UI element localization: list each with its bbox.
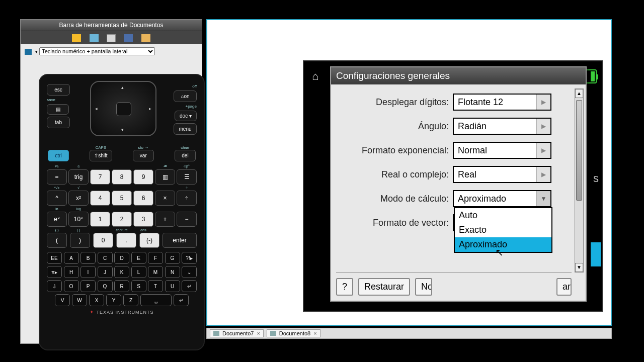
- doc-button[interactable]: doc ▾: [175, 111, 197, 121]
- p-key[interactable]: P: [80, 280, 96, 292]
- o-key[interactable]: O: [64, 280, 79, 292]
- rparen-key[interactable]: ): [70, 233, 90, 248]
- f-key[interactable]: F: [148, 252, 163, 264]
- r-key[interactable]: R: [114, 280, 129, 292]
- plus-key[interactable]: +: [155, 212, 175, 227]
- d-key[interactable]: D: [114, 252, 129, 264]
- restore-button[interactable]: Restaurar: [358, 278, 410, 296]
- t-key[interactable]: T: [148, 280, 163, 292]
- b-key[interactable]: B: [80, 252, 96, 264]
- u-key[interactable]: U: [165, 280, 180, 292]
- scroll-down-icon[interactable]: ▼: [575, 263, 583, 272]
- save-button[interactable]: ▤: [47, 104, 69, 115]
- tab-button[interactable]: tab: [47, 117, 70, 128]
- real-complex-select[interactable]: Real▶: [453, 166, 551, 183]
- tab-documento8[interactable]: Documento8×: [267, 329, 320, 337]
- num-4-key[interactable]: 4: [90, 191, 110, 206]
- g-key[interactable]: G: [165, 252, 180, 264]
- pi-key[interactable]: π▸: [47, 266, 62, 278]
- h-key[interactable]: H: [64, 266, 79, 278]
- calc-mode-select[interactable]: Aproximado▼: [453, 190, 551, 207]
- close-icon[interactable]: ×: [257, 330, 260, 336]
- template-key[interactable]: ▥: [155, 169, 175, 185]
- xsq-key[interactable]: x²: [68, 191, 89, 206]
- scroll-up-icon[interactable]: ▲: [575, 89, 583, 98]
- num-7-key[interactable]: 7: [90, 169, 110, 185]
- ee-key[interactable]: EE: [47, 252, 62, 264]
- catalog-key[interactable]: ☰: [177, 169, 197, 185]
- nav-touchpad[interactable]: ▴ ▾ ◂ ▸: [90, 81, 156, 136]
- enter-key[interactable]: enter: [163, 233, 197, 248]
- flag-key[interactable]: ⌄: [182, 266, 197, 278]
- arrow-down-icon[interactable]: ▾: [121, 127, 124, 132]
- num-3-key[interactable]: 3: [133, 212, 153, 227]
- l-key[interactable]: L: [131, 266, 146, 278]
- option-exacto[interactable]: Exacto: [455, 223, 551, 237]
- help-button[interactable]: ?: [336, 278, 353, 296]
- option-aproximado[interactable]: Aproximado: [455, 237, 551, 252]
- i-key[interactable]: I: [80, 266, 96, 278]
- num-5-key[interactable]: 5: [112, 191, 132, 206]
- folder-icon[interactable]: [141, 34, 150, 42]
- var-button[interactable]: var: [133, 150, 154, 161]
- dialog-scrollbar[interactable]: ▲ ▼: [575, 88, 584, 273]
- tenx-key[interactable]: 10ˣ: [68, 212, 89, 227]
- num-8-key[interactable]: 8: [112, 169, 132, 185]
- menu-button[interactable]: menu: [174, 123, 197, 135]
- return-key[interactable]: ↵: [174, 294, 189, 306]
- num-6-key[interactable]: 6: [133, 191, 153, 206]
- ex-key[interactable]: eˣ: [47, 212, 67, 227]
- calc-mode-dropdown[interactable]: Auto Exacto Aproximado: [454, 207, 552, 253]
- home-icon[interactable]: ⌂: [312, 70, 327, 83]
- scroll-thumb[interactable]: [576, 100, 582, 201]
- j-key[interactable]: J: [98, 266, 113, 278]
- tab-documento7[interactable]: Documento7×: [210, 329, 264, 337]
- lparen-key[interactable]: (: [47, 233, 67, 248]
- angle-select[interactable]: Radián▶: [453, 118, 551, 135]
- on-button[interactable]: ⌂on: [174, 90, 197, 102]
- c-key[interactable]: C: [98, 252, 113, 264]
- k-key[interactable]: K: [114, 266, 129, 278]
- bksp-key[interactable]: ↵: [182, 280, 197, 292]
- space-key[interactable]: ␣: [140, 294, 172, 306]
- v-key[interactable]: V: [55, 294, 70, 306]
- shift-button[interactable]: ⇧shift: [90, 150, 112, 161]
- apply-button-cut[interactable]: ar: [556, 278, 572, 296]
- option-auto[interactable]: Auto: [455, 208, 551, 223]
- num-0-key[interactable]: 0: [93, 233, 113, 248]
- s-key[interactable]: S: [131, 280, 146, 292]
- minus-key[interactable]: −: [177, 212, 197, 227]
- arrow-right-icon[interactable]: ▸: [149, 106, 151, 111]
- ctrl-button[interactable]: ctrl: [48, 150, 69, 161]
- num-9-key[interactable]: 9: [133, 169, 153, 185]
- esc-button[interactable]: esc: [47, 84, 70, 96]
- divide-key[interactable]: ÷: [177, 191, 197, 206]
- power-key[interactable]: ^: [47, 191, 67, 206]
- copy-icon[interactable]: [90, 34, 99, 42]
- z-key[interactable]: Z: [123, 294, 138, 306]
- arrow-left-icon[interactable]: ◂: [95, 106, 98, 111]
- digits-select[interactable]: Flotante 12▶: [453, 94, 551, 111]
- view-mode-select[interactable]: Teclado numérico + pantalla lateral: [39, 47, 155, 55]
- num-1-key[interactable]: 1: [90, 212, 110, 227]
- multiply-key[interactable]: ×: [155, 191, 175, 206]
- exp-format-select[interactable]: Normal▶: [453, 142, 551, 159]
- close-icon[interactable]: ×: [313, 330, 316, 336]
- keypad-mode-icon[interactable]: [25, 49, 32, 55]
- w-key[interactable]: W: [72, 294, 87, 306]
- e-key[interactable]: E: [131, 252, 146, 264]
- x-key[interactable]: X: [89, 294, 104, 306]
- arrow-up-icon[interactable]: ▴: [121, 85, 124, 90]
- dropdown-caret-icon[interactable]: ▾: [35, 49, 38, 54]
- neg-key[interactable]: (-): [139, 233, 159, 248]
- m-key[interactable]: M: [148, 266, 163, 278]
- shift2-key[interactable]: ⇩: [47, 280, 62, 292]
- y-key[interactable]: Y: [106, 294, 121, 306]
- q-key[interactable]: Q: [98, 280, 113, 292]
- a-key[interactable]: A: [64, 252, 79, 264]
- nav-center-button[interactable]: [116, 102, 131, 116]
- trig-key[interactable]: trig: [68, 169, 89, 185]
- dot-key[interactable]: .: [116, 233, 136, 248]
- n-key[interactable]: N: [165, 266, 180, 278]
- punct-key[interactable]: ?!▸: [182, 252, 197, 264]
